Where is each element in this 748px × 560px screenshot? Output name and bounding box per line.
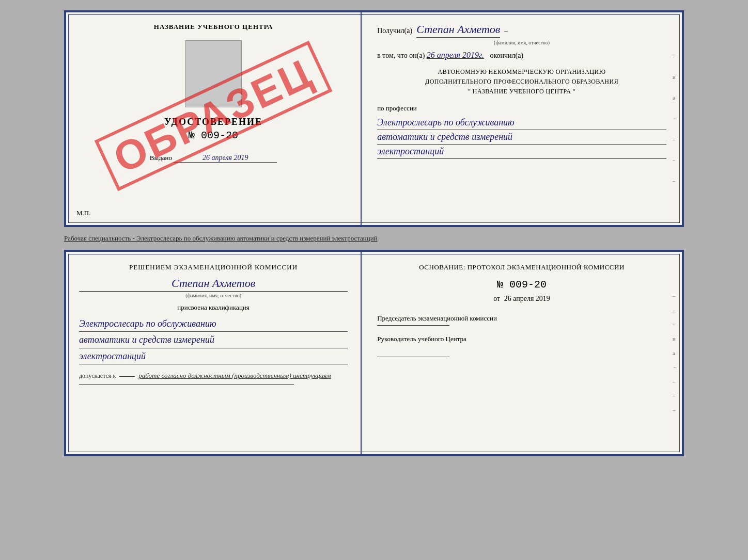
vtom-line: в том, что он(а) 26 апреля 2019г. окончи… <box>377 51 666 60</box>
side-decorations-bottom: – – – и а ← – – – <box>673 293 678 413</box>
fio-label-top: (фамилия, имя, отчество) <box>377 40 666 45</box>
certificate-top: НАЗВАНИЕ УЧЕБНОГО ЦЕНТРА УДОСТОВЕРЕНИЕ №… <box>64 10 684 227</box>
mp-label: М.П. <box>76 209 90 217</box>
deco-mark-2: и <box>673 74 678 80</box>
certificate-bottom: Решением экзаменационной комиссии Степан… <box>64 250 684 456</box>
deco-b-1: – <box>673 293 678 299</box>
profession-line3: электростанций <box>377 145 666 159</box>
ot-label: от <box>493 295 500 302</box>
po-professii-label: по профессии <box>377 104 666 113</box>
issued-date-label: Выдано <box>150 154 172 162</box>
deco-mark-4: ← <box>673 116 678 121</box>
deco-mark-3: а <box>673 95 678 101</box>
deco-mark-6: – <box>673 157 678 163</box>
recipient-name-bottom: Степан Ахметов <box>79 277 348 292</box>
cert-right-panel: Получил(а) Степан Ахметов – (фамилия, им… <box>362 12 682 225</box>
profession-line2: автоматики и средств измерений <box>377 130 666 145</box>
dopuskaetsya-line: допускается к работе согласно должностны… <box>79 372 348 380</box>
rukovoditel-signature-line <box>377 357 449 357</box>
predsedatel-signature-line <box>377 325 449 326</box>
dash: – <box>504 27 508 35</box>
issued-date: Выдано 26 апреля 2019 <box>150 154 277 163</box>
org-block-line3: " НАЗВАНИЕ УЧЕБНОГО ЦЕНТРА " <box>377 87 666 97</box>
qual-line2: автоматики и средств измерений <box>79 332 348 348</box>
ot-date-value: 26 апреля 2019 <box>504 295 550 302</box>
cert-bottom-right-panel: Основание: протокол экзаменационной коми… <box>362 252 682 454</box>
fio-label-bottom: (фамилия, имя, отчество) <box>79 293 348 298</box>
specialnost-line: Рабочая специальность - Электрослесарь п… <box>64 231 684 246</box>
deco-b-6: ← <box>673 364 678 370</box>
ot-date-line: от 26 апреля 2019 <box>377 295 666 303</box>
deco-b-2: – <box>673 308 678 313</box>
deco-b-4: и <box>673 336 678 342</box>
cert-title: УДОСТОВЕРЕНИЕ <box>164 117 262 127</box>
photo-placeholder <box>185 40 242 107</box>
cert-number: № 009-20 <box>189 130 238 141</box>
predsedatel-label: Председатель экзаменационной комиссии <box>377 313 666 326</box>
deco-b-5: а <box>673 350 678 356</box>
org-block-line1: АВТОНОМНУЮ НЕКОММЕРЧЕСКУЮ ОРГАНИЗАЦИЮ <box>377 67 666 77</box>
profession-line1: Электрослесарь по обслуживанию <box>377 116 666 130</box>
cert-bottom-left-panel: Решением экзаменационной комиссии Степан… <box>66 252 362 454</box>
osnovaniye-label: Основание: протокол экзаменационной коми… <box>377 262 666 273</box>
rukovoditel-label: Руководитель учебного Центра <box>377 334 666 357</box>
deco-mark-5: – <box>673 137 678 142</box>
completion-date: 26 апреля 2019г. <box>427 51 484 59</box>
prisvoena-label: присвоена квалификация <box>79 303 348 312</box>
cert-left-panel: НАЗВАНИЕ УЧЕБНОГО ЦЕНТРА УДОСТОВЕРЕНИЕ №… <box>66 12 362 225</box>
qual-line1: Электрослесарь по обслуживанию <box>79 316 348 332</box>
poluchil-line: Получил(а) Степан Ахметов – <box>377 23 666 38</box>
recipient-name-top: Степан Ахметов <box>416 23 500 38</box>
dopusk-text: работе согласно должностным (производств… <box>138 372 331 379</box>
org-block: АВТОНОМНУЮ НЕКОММЕРЧЕСКУЮ ОРГАНИЗАЦИЮ ДО… <box>377 67 666 97</box>
predsedatel-text: Председатель экзаменационной комиссии <box>377 314 497 322</box>
vtom-label: в том, что он(а) <box>377 52 425 59</box>
deco-b-9: – <box>673 407 678 413</box>
rukovoditel-text: Руководитель учебного Центра <box>377 335 466 343</box>
protocol-number: № 009-20 <box>377 279 666 291</box>
deco-mark-1: – <box>673 54 678 59</box>
issued-date-value: 26 апреля 2019 <box>174 154 277 163</box>
deco-b-8: – <box>673 393 678 398</box>
deco-b-3: – <box>673 322 678 327</box>
side-decorations: – и а ← – – – <box>673 54 678 184</box>
org-block-line2: ДОПОЛНИТЕЛЬНОГО ПРОФЕССИОНАЛЬНОГО ОБРАЗО… <box>377 77 666 87</box>
resheniem-title: Решением экзаменационной комиссии <box>79 262 348 273</box>
org-name-top: НАЗВАНИЕ УЧЕБНОГО ЦЕНТРА <box>154 23 273 31</box>
dopuskaetsya-label: допускается к <box>79 372 116 379</box>
document-wrapper: НАЗВАНИЕ УЧЕБНОГО ЦЕНТРА УДОСТОВЕРЕНИЕ №… <box>64 10 684 456</box>
poluchil-label: Получил(а) <box>377 27 412 35</box>
deco-mark-7: – <box>673 178 678 184</box>
okonchil-label: окончил(а) <box>490 52 523 59</box>
qual-line3: электростанций <box>79 348 348 365</box>
deco-b-7: – <box>673 379 678 385</box>
